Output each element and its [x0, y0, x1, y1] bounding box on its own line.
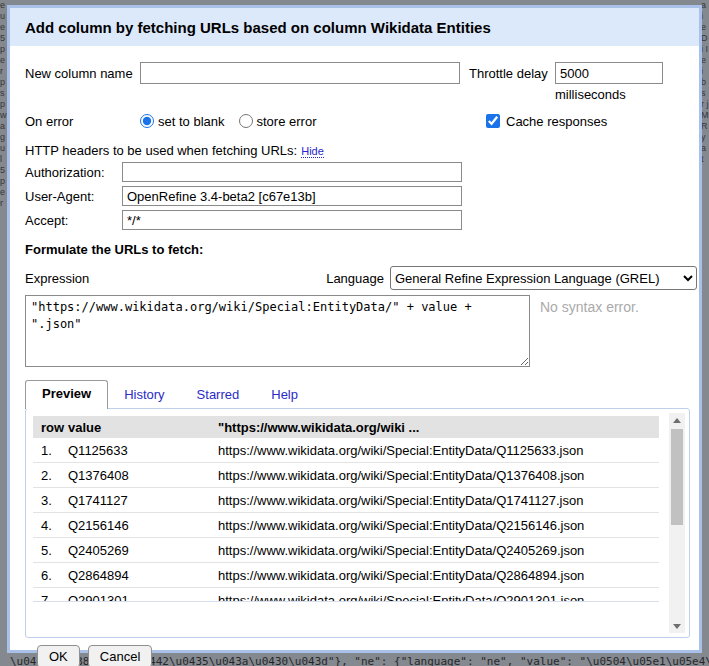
throttle-group: milliseconds	[555, 62, 663, 102]
expression-area: "https://www.wikidata.org/wiki/Special:E…	[25, 295, 697, 371]
scrollbar-thumb[interactable]	[671, 429, 683, 525]
expression-textarea[interactable]: "https://www.wikidata.org/wiki/Special:E…	[25, 295, 530, 367]
http-headers-label: HTTP headers to be used when fetching UR…	[25, 143, 297, 158]
row-index: 7.	[33, 593, 68, 603]
accept-row: Accept:	[25, 210, 697, 230]
store-error-label: store error	[257, 114, 317, 129]
cache-responses-checkbox[interactable]	[486, 114, 500, 128]
new-column-name-input[interactable]	[140, 62, 460, 84]
table-row: 3.Q1741127https://www.wikidata.org/wiki/…	[33, 488, 659, 513]
tab-bar: PreviewHistoryStarredHelp	[25, 380, 697, 408]
tab-starred[interactable]: Starred	[181, 382, 256, 408]
on-error-options: set to blank store error	[140, 114, 316, 129]
preview-table-body: 1.Q1125633https://www.wikidata.org/wiki/…	[33, 438, 659, 602]
store-error-radio[interactable]	[239, 114, 253, 128]
preview-table-header: row value "https://www.wikidata.org/wiki…	[33, 416, 659, 438]
cell-url: https://www.wikidata.org/wiki/Special:En…	[218, 543, 659, 558]
cache-responses-label: Cache responses	[506, 114, 607, 129]
table-row: 7.Q2901301https://www.wikidata.org/wiki/…	[33, 588, 659, 602]
formulate-heading: Formulate the URLs to fetch:	[25, 242, 697, 257]
ok-button[interactable]: OK	[37, 645, 80, 666]
set-to-blank-radio[interactable]	[140, 114, 154, 128]
hide-headers-link[interactable]: Hide	[301, 145, 324, 158]
background-page-right: a i e D i I e i b s r j M R y a t	[701, 0, 709, 666]
expression-language-row: Expression Language General Refine Expre…	[25, 266, 697, 290]
cancel-button[interactable]: Cancel	[88, 645, 152, 666]
scroll-up-arrow-icon[interactable]	[669, 413, 685, 427]
row-index: 4.	[33, 518, 68, 533]
authorization-label: Authorization:	[25, 165, 122, 180]
tab-help[interactable]: Help	[255, 382, 314, 408]
throttle-delay-label: Throttle delay	[469, 62, 555, 81]
on-error-row: On error set to blank store error Cache …	[25, 111, 697, 131]
on-error-label: On error	[25, 114, 140, 129]
syntax-status: No syntax error.	[540, 299, 639, 315]
table-row: 5.Q2405269https://www.wikidata.org/wiki/…	[33, 538, 659, 563]
accept-input[interactable]	[122, 210, 462, 230]
table-row: 6.Q2864894https://www.wikidata.org/wiki/…	[33, 563, 659, 588]
preview-panel: row value "https://www.wikidata.org/wiki…	[25, 408, 690, 638]
cell-value: Q1376408	[68, 468, 218, 483]
col-header-value: value	[68, 420, 218, 435]
user-agent-label: User-Agent:	[25, 189, 122, 204]
cell-value: Q2156146	[68, 518, 218, 533]
set-to-blank-label: set to blank	[158, 114, 225, 129]
row-index: 3.	[33, 493, 68, 508]
language-select[interactable]: General Refine Expression Language (GREL…	[390, 266, 697, 290]
col-header-row: row	[33, 420, 68, 435]
authorization-row: Authorization:	[25, 162, 697, 182]
preview-scrollbar[interactable]	[669, 413, 685, 633]
cell-url: https://www.wikidata.org/wiki/Special:En…	[218, 518, 659, 533]
scroll-down-arrow-icon[interactable]	[669, 619, 685, 633]
cell-url: https://www.wikidata.org/wiki/Special:En…	[218, 493, 659, 508]
cache-responses-group: Cache responses	[486, 114, 607, 129]
http-headers-row: HTTP headers to be used when fetching UR…	[25, 143, 697, 158]
http-headers-fields: Authorization: User-Agent: Accept:	[25, 162, 697, 230]
dialog-body: New column name Throttle delay milliseco…	[10, 62, 699, 666]
cell-url: https://www.wikidata.org/wiki/Special:En…	[218, 468, 659, 483]
dialog-title-bar: Add column by fetching URLs based on col…	[10, 8, 699, 46]
authorization-input[interactable]	[122, 162, 462, 182]
tab-preview[interactable]: Preview	[25, 380, 108, 409]
new-column-row: New column name Throttle delay milliseco…	[25, 62, 697, 102]
cell-value: Q1125633	[68, 443, 218, 458]
throttle-delay-input[interactable]	[555, 62, 663, 84]
add-column-fetch-urls-dialog: Add column by fetching URLs based on col…	[7, 5, 702, 653]
preview-table: row value "https://www.wikidata.org/wiki…	[33, 416, 659, 602]
throttle-unit-label: milliseconds	[555, 87, 663, 102]
cell-url: https://www.wikidata.org/wiki/Special:En…	[218, 593, 659, 603]
dialog-footer: OK Cancel	[25, 638, 697, 666]
row-index: 5.	[33, 543, 68, 558]
row-index: 6.	[33, 568, 68, 583]
row-index: 1.	[33, 443, 68, 458]
table-row: 2.Q1376408https://www.wikidata.org/wiki/…	[33, 463, 659, 488]
cell-value: Q2901301	[68, 593, 218, 603]
col-header-url: "https://www.wikidata.org/wiki ...	[218, 420, 659, 435]
new-column-name-label: New column name	[25, 62, 140, 81]
user-agent-row: User-Agent:	[25, 186, 697, 206]
cell-url: https://www.wikidata.org/wiki/Special:En…	[218, 568, 659, 583]
user-agent-input[interactable]	[122, 186, 462, 206]
table-row: 1.Q1125633https://www.wikidata.org/wiki/…	[33, 438, 659, 463]
tab-history[interactable]: History	[108, 382, 180, 408]
cell-value: Q2405269	[68, 543, 218, 558]
cell-value: Q1741127	[68, 493, 218, 508]
expression-label: Expression	[25, 271, 326, 286]
dialog-title: Add column by fetching URLs based on col…	[25, 19, 491, 36]
table-row: 4.Q2156146https://www.wikidata.org/wiki/…	[33, 513, 659, 538]
row-index: 2.	[33, 468, 68, 483]
accept-label: Accept:	[25, 213, 122, 228]
language-label: Language	[326, 271, 384, 286]
cell-value: Q2864894	[68, 568, 218, 583]
cell-url: https://www.wikidata.org/wiki/Special:En…	[218, 443, 659, 458]
